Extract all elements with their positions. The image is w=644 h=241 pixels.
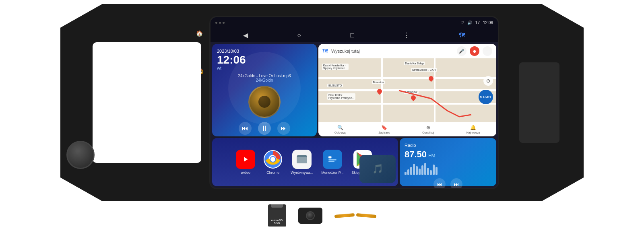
recent-nav-icon[interactable]: □ [350,32,354,39]
trim-tools [334,214,376,217]
svg-rect-9 [328,157,332,159]
wave-bar-3 [410,167,412,175]
radio-label: Radio [405,143,491,148]
volume-knob[interactable] [66,141,95,169]
maps-nav-icon[interactable]: 🗺 [459,32,465,39]
radio-controls: ⏮ ⏭ [405,178,491,189]
files-app-icon [292,150,312,169]
map-rec-button[interactable]: ⏺ [470,46,479,56]
map-contribute-button[interactable]: ⊕ Opublikuj [422,125,434,134]
music-date: 2023/10/03 [217,49,312,54]
scene: 🏠 ⚙ 📻 ✦ ✱ 📍 ♡ [0,0,644,241]
trim-piece-2 [356,213,376,218]
filemanager-app-label: Menedżer P... [321,171,343,175]
map-mic-button[interactable]: 🎤 [457,46,466,56]
wave-bar-10 [430,170,432,175]
top-row: 2023/10/03 12:06 wt 24kGoldn - Love Or L… [212,44,496,136]
map-search-text[interactable]: Wyszukaj tutaj [331,49,454,54]
album-art [248,86,281,118]
discover-icon: 🔍 [337,125,343,130]
map-start-button[interactable]: START [479,90,493,104]
svg-point-4 [270,157,275,162]
music-controls: ⏮ ⏸ ⏭ [217,122,312,135]
camera-lens [306,211,315,220]
app-item-files[interactable]: Wyrównywa... [291,150,313,175]
wave-bar-5 [416,166,418,175]
play-pause-button[interactable]: ⏸ [258,122,271,135]
wave-bar-11 [433,165,435,175]
app-item-filemanager[interactable]: Menedżer P... [321,150,343,175]
wave-bar-12 [436,167,438,175]
wave-bar-7 [421,165,423,175]
sd-card-accessory: microSD 5GB [268,204,286,227]
menu-nav-icon[interactable]: ⋮ [403,31,410,39]
wifi-icon: ♡ [460,21,464,25]
wave-bar-6 [419,169,421,175]
back-nav-icon[interactable]: ◀ [243,31,248,39]
saved-label: Zapisano [378,131,390,134]
wave-bar-8 [424,163,426,175]
music-track: 24kGoldn - Love Or Lust.mp3 [217,74,312,78]
map-compass[interactable]: ⊙ [483,76,493,86]
chrome-app-label: Chrome [266,171,279,175]
mic-panel[interactable]: 🎵 [359,155,396,183]
status-dots [215,22,225,24]
android-screen: ♡ 🔊 17 12:06 ◀ ○ □ ⋮ 🗺 [209,16,499,189]
music-day: wt [217,66,312,70]
bottom-row: 🎵 wideo [212,138,496,186]
updates-icon: 🔔 [470,125,476,130]
volume-icon: 🔊 [467,21,472,25]
svg-rect-6 [297,157,307,163]
video-app-label: wideo [241,171,251,175]
radio-prev-button[interactable]: ⏮ [433,178,446,189]
svg-rect-11 [328,161,334,162]
contribute-label: Opublikuj [422,131,434,134]
backup-camera [298,208,322,224]
music-time: 12:06 [217,54,312,66]
radio-next-button[interactable]: ⏭ [450,178,462,189]
nav-bar: ◀ ○ □ ⋮ 🗺 [211,28,498,42]
home-nav-icon[interactable]: ○ [297,32,301,39]
radio-wave-visualization [405,163,491,175]
mic-icon: 🎵 [372,164,383,174]
files-app-label: Wyrównywa... [291,171,313,175]
svg-rect-7 [298,155,302,157]
map-grid-button[interactable]: ⋯ [483,46,492,56]
app-item-video[interactable]: wideo [236,150,255,175]
saved-icon: 🔖 [381,125,387,130]
radio-frequency-row: 87.50 FM [405,149,491,160]
filemanager-app-icon [323,150,342,169]
discover-label: Odkrywaj [334,131,346,134]
maps-icon: 🗺 [322,48,328,54]
chrome-app-icon [263,150,283,169]
sd-card-size: 5GB [274,222,280,225]
app-item-chrome[interactable]: Chrome [263,150,283,175]
wave-bar-9 [427,168,429,175]
map-widget[interactable]: 🗺 Wyszukaj tutaj 🎤 ⏺ ⋯ [318,44,496,136]
map-discover-button[interactable]: 🔍 Odkrywaj [334,125,346,134]
accessories-row: microSD 5GB [268,204,376,227]
album-art-center [258,96,270,108]
trim-piece-1 [334,213,355,218]
updates-label: Najnowsze [466,131,480,134]
map-saved-button[interactable]: 🔖 Zapisano [378,125,390,134]
contribute-icon: ⊕ [426,125,430,130]
wave-bar-1 [405,172,407,175]
sd-card: microSD 5GB [268,204,286,227]
clock: 12:06 [483,21,493,25]
prev-track-button[interactable]: ⏮ [239,122,252,135]
main-content: 2023/10/03 12:06 wt 24kGoldn - Love Or L… [211,42,498,188]
video-app-icon [236,150,255,169]
radio-frequency: 87.50 [405,149,427,160]
radio-widget: Radio 87.50 FM [400,138,496,186]
status-right: ♡ 🔊 17 12:06 [460,21,493,25]
music-widget[interactable]: 2023/10/03 12:06 wt 24kGoldn - Love Or L… [212,44,317,136]
wave-bar-2 [407,169,409,175]
map-updates-button[interactable]: 🔔 Najnowsze [466,125,480,134]
map-footer: 🔍 Odkrywaj 🔖 Zapisano ⊕ Opublikuj [318,122,496,136]
next-track-button[interactable]: ⏭ [277,122,290,135]
sd-card-label: microSD [271,219,283,222]
status-bar: ♡ 🔊 17 12:06 [211,17,498,28]
music-artist: 24kGoldn [217,78,312,82]
home-button[interactable]: 🏠 [193,28,205,39]
